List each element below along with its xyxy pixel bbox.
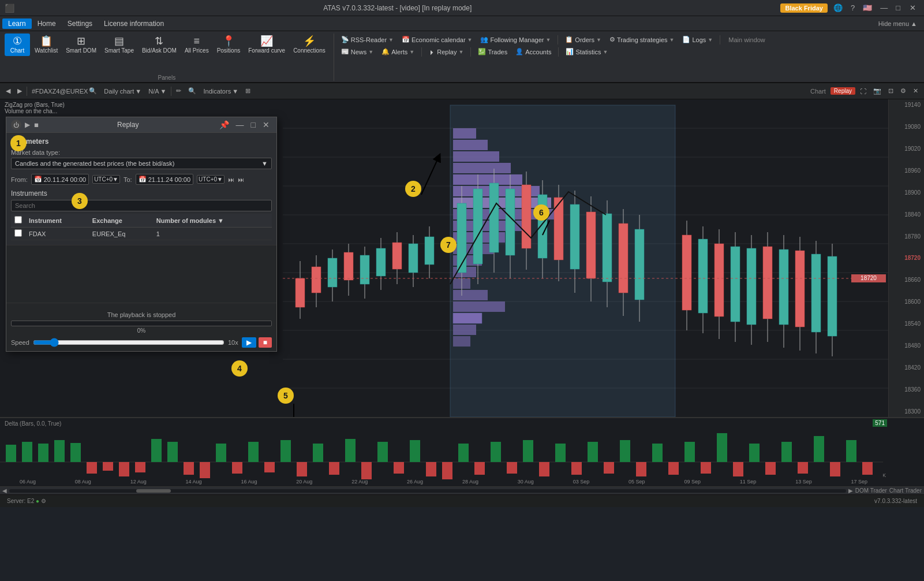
instruments-search[interactable] xyxy=(11,200,272,211)
menu-home[interactable]: Home xyxy=(32,18,62,29)
accounts-button[interactable]: 👤 Accounts xyxy=(512,47,555,57)
dom-trader-label[interactable]: DOM Trader xyxy=(855,487,887,494)
price-18540: 18540 xyxy=(890,321,923,327)
svg-rect-141 xyxy=(652,444,663,462)
to-utc-select[interactable]: UTC+0▼ xyxy=(197,175,225,184)
following-manager-button[interactable]: 👥 Following Manager ▼ xyxy=(477,35,554,44)
zoom-tool[interactable]: 🔍 xyxy=(186,87,199,95)
svg-rect-113 xyxy=(200,462,210,478)
dialog-close-icon[interactable]: ✕ xyxy=(260,120,272,129)
titlebar-close-button[interactable]: ✕ xyxy=(906,2,919,13)
camera-icon[interactable]: 📷 xyxy=(871,87,884,95)
scroll-right-arrow[interactable]: ▶ xyxy=(848,487,853,494)
all-prices-icon: ≡ xyxy=(194,36,200,46)
titlebar-maximize-icon[interactable]: □ xyxy=(893,2,903,13)
trades-button[interactable]: 💹 Trades xyxy=(474,47,511,57)
settings-gear-icon[interactable]: ⚙ xyxy=(898,87,908,95)
titlebar-minimize-icon[interactable]: — xyxy=(878,2,890,13)
connections-button[interactable]: ⚡ Connections xyxy=(290,33,329,56)
server-settings-icon[interactable]: ⚙ xyxy=(41,498,46,504)
market-data-dropdown[interactable]: Candles and the generated best prices (t… xyxy=(11,158,272,169)
svg-rect-88 xyxy=(795,251,805,327)
titlebar-help-icon[interactable]: ? xyxy=(848,2,857,13)
scroll-thumb[interactable] xyxy=(136,489,171,493)
dialog-stop-button[interactable]: ⏹ xyxy=(33,122,39,128)
price-18840: 18840 xyxy=(890,211,923,218)
stop-button[interactable]: ■ xyxy=(259,337,272,348)
playback-status-text: The playback is stopped xyxy=(11,307,272,321)
dialog-restore-icon[interactable]: □ xyxy=(249,120,258,129)
draw-tool[interactable]: ✏ xyxy=(174,87,184,95)
replay-button[interactable]: ⏵ Replay ▼ xyxy=(425,47,467,57)
dialog-pin-icon[interactable]: 📌 xyxy=(217,120,231,129)
scroll-track[interactable] xyxy=(9,489,846,493)
close-chart-icon[interactable]: ✕ xyxy=(911,87,921,95)
speed-slider[interactable] xyxy=(33,338,225,347)
hide-menu-button[interactable]: Hide menu ▲ xyxy=(874,19,922,28)
calendar-caret: ▼ xyxy=(467,37,473,43)
symbol-selector[interactable]: #FDAXZ4@EUREX 🔍 xyxy=(29,87,99,95)
menu-license[interactable]: License information xyxy=(98,18,170,29)
play-button[interactable]: ▶ xyxy=(242,337,256,348)
x-axis: 06 Aug 08 Aug 12 Aug 14 Aug 16 Aug 20 Au… xyxy=(0,477,887,486)
all-prices-button[interactable]: ≡ All Prices xyxy=(181,33,212,56)
smart-dom-button[interactable]: ⊞ Smart DOM xyxy=(62,33,100,56)
scroll-left-arrow[interactable]: ◀ xyxy=(2,487,7,494)
chart-trader-label[interactable]: Chart Trader xyxy=(889,487,922,494)
svg-rect-124 xyxy=(377,442,388,462)
replay-label: Replay xyxy=(437,49,457,55)
smart-tape-button[interactable]: ▤ Smart Tape xyxy=(101,33,137,56)
row-checkbox[interactable] xyxy=(14,229,22,237)
rss-caret: ▼ xyxy=(388,37,394,43)
orders-button[interactable]: 📋 Orders ▼ xyxy=(562,35,605,44)
chart-type-selector[interactable]: Daily chart ▼ xyxy=(102,87,144,95)
chart-button[interactable]: ① Chart xyxy=(5,33,30,56)
menu-learn[interactable]: Learn xyxy=(2,18,32,29)
rss-reader-button[interactable]: 📡 RSS-Reader ▼ xyxy=(338,35,397,44)
svg-rect-27 xyxy=(453,301,505,312)
nav-forward-icon[interactable]: ▶ xyxy=(15,87,24,95)
svg-rect-136 xyxy=(571,462,582,475)
titlebar-icon1[interactable]: 🌐 xyxy=(831,2,845,13)
menu-settings[interactable]: Settings xyxy=(62,18,98,29)
table-header-checkbox xyxy=(11,214,25,228)
statistics-button[interactable]: 📊 Statistics ▼ xyxy=(562,47,611,57)
svg-rect-111 xyxy=(167,442,178,462)
dialog-window-controls: 📌 — □ ✕ xyxy=(217,120,272,129)
alerts-button[interactable]: 🔔 Alerts ▼ xyxy=(378,47,418,57)
na-selector[interactable]: N/A ▼ xyxy=(146,87,169,95)
logs-button[interactable]: 📄 Logs ▼ xyxy=(679,35,716,44)
separator2 xyxy=(720,35,720,44)
positions-button[interactable]: 📍 Positions xyxy=(214,33,244,56)
template-icon[interactable]: ⊞ xyxy=(243,87,253,95)
chart-label: Chart xyxy=(10,47,24,54)
select-all-checkbox[interactable] xyxy=(14,216,22,224)
nav-back-icon[interactable]: ◀ xyxy=(3,87,13,95)
dialog-play-button[interactable]: ▶ xyxy=(25,121,30,129)
dialog-minimize-icon[interactable]: — xyxy=(234,120,246,129)
dialog-power-button[interactable]: ⏻ xyxy=(11,120,21,130)
trading-strategies-button[interactable]: ⚙ Trading strategies ▼ xyxy=(606,35,678,44)
news-button[interactable]: 📰 News ▼ xyxy=(338,47,377,57)
svg-rect-125 xyxy=(394,462,404,474)
instruments-header: Instruments xyxy=(11,189,272,198)
titlebar-lang-icon[interactable]: 🇺🇸 xyxy=(861,2,874,13)
x-label-15: 17 Sep xyxy=(851,479,868,485)
speed-value: 10x xyxy=(228,339,238,346)
forward-curve-button[interactable]: 📈 Forward curve xyxy=(245,33,289,56)
bid-ask-button[interactable]: ⇅ Bid/Ask DOM xyxy=(139,33,180,56)
to-date-field[interactable]: 📅 21.11.24 00:00 xyxy=(136,174,193,185)
from-utc-select[interactable]: UTC+0▼ xyxy=(92,175,120,184)
watchlist-button[interactable]: 📋 Watchlist xyxy=(31,33,61,56)
svg-rect-30 xyxy=(453,336,470,347)
indicators-button[interactable]: Indicators ▼ xyxy=(201,87,241,95)
resize-icon[interactable]: ⊡ xyxy=(886,87,896,95)
svg-rect-153 xyxy=(846,440,856,462)
fullscreen-icon[interactable]: ⛶ xyxy=(858,87,869,95)
economic-calendar-button[interactable]: 📅 Economic calendar ▼ xyxy=(398,35,476,44)
svg-rect-103 xyxy=(38,444,48,462)
market-data-value: Candles and the generated best prices (t… xyxy=(15,160,174,167)
from-date-field[interactable]: 📅 20.11.24 00:00 xyxy=(31,174,89,185)
svg-rect-129 xyxy=(458,444,469,462)
black-friday-button[interactable]: Black Friday xyxy=(780,3,827,13)
